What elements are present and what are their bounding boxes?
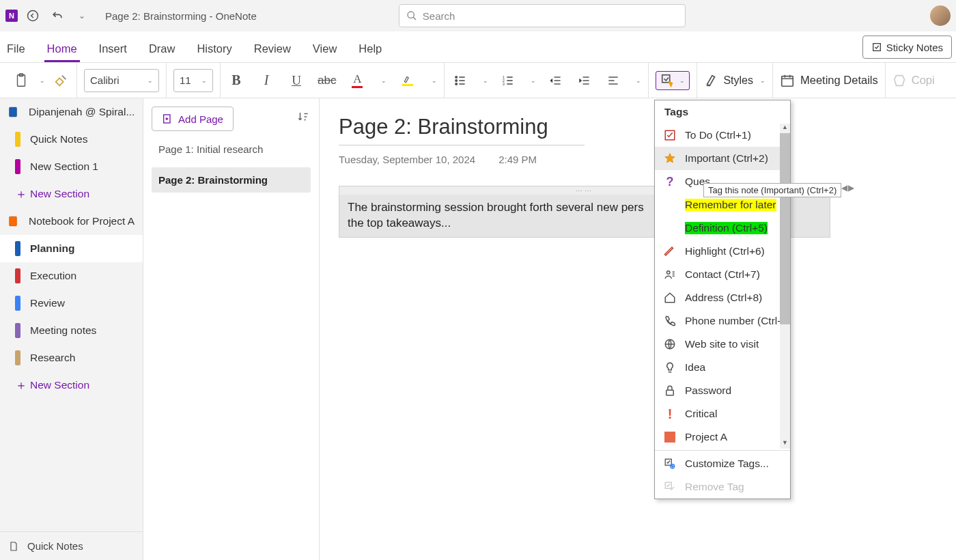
user-avatar[interactable] [930, 5, 951, 26]
section-execution[interactable]: Execution [0, 262, 143, 290]
highlight-button[interactable] [399, 70, 417, 92]
tag-critical[interactable]: !Critical [655, 402, 790, 425]
tag-address[interactable]: Address (Ctrl+8) [655, 286, 790, 309]
page-time: 2:49 PM [498, 154, 537, 165]
page-canvas[interactable]: Page 2: Brainstorming Tuesday, September… [320, 98, 956, 560]
notebook-header-1[interactable]: Dipanjenah @ Spiral... [0, 98, 143, 126]
notebook-icon [7, 215, 19, 227]
tags-dropdown: Tags To Do (Ctrl+1) Important (Ctrl+2) ?… [654, 100, 791, 499]
menu-view[interactable]: View [310, 37, 339, 62]
svg-point-7 [455, 83, 458, 85]
font-family-select[interactable]: Calibri⌄ [84, 69, 159, 92]
add-page-button[interactable]: Add Page [152, 107, 234, 131]
sticky-note-icon [871, 42, 882, 53]
svg-rect-12 [782, 76, 793, 86]
calendar-icon [780, 73, 795, 88]
sort-pages-button[interactable] [297, 111, 309, 126]
tag-contact[interactable]: Contact (Ctrl+7) [655, 263, 790, 286]
tag-password[interactable]: Password [655, 379, 790, 402]
bold-button[interactable]: B [227, 70, 245, 92]
tag-website[interactable]: Web site to visit [655, 333, 790, 356]
tag-icon [660, 73, 675, 88]
svg-rect-2 [873, 44, 880, 51]
menu-insert[interactable]: Insert [96, 37, 130, 62]
strikethrough-button[interactable]: abc [318, 70, 336, 92]
svg-point-1 [408, 12, 414, 18]
remove-tag: Remove Tag [655, 475, 790, 499]
paste-button[interactable] [12, 70, 30, 92]
copilot-icon [892, 73, 908, 88]
tag-phone[interactable]: Phone number (Ctrl- [655, 309, 790, 333]
new-section-2[interactable]: ＋New Section [0, 372, 143, 399]
menu-home[interactable]: Home [44, 37, 80, 62]
tag-todo[interactable]: To Do (Ctrl+1) [655, 124, 790, 147]
svg-rect-19 [666, 390, 674, 395]
notebook-nav: Dipanjenah @ Spiral... Quick Notes New S… [0, 98, 143, 560]
italic-button[interactable]: I [257, 70, 275, 92]
body: Dipanjenah @ Spiral... Quick Notes New S… [0, 98, 956, 560]
page-date: Tuesday, September 10, 2024 [339, 154, 475, 165]
highlight-dropdown[interactable]: ⌄ [432, 77, 437, 84]
new-section-1[interactable]: ＋New Section [0, 180, 143, 208]
page-icon [8, 540, 19, 552]
tags-scroll: To Do (Ctrl+1) Important (Ctrl+2) ?Ques … [655, 124, 790, 449]
section-new-section-1[interactable]: New Section 1 [0, 153, 143, 180]
underline-button[interactable]: U [287, 70, 305, 92]
numbering-button[interactable]: 123 [499, 70, 517, 92]
sticky-notes-button[interactable]: Sticky Notes [862, 36, 952, 59]
outdent-button[interactable] [547, 70, 565, 92]
tag-highlight[interactable]: Highlight (Ctrl+6) [655, 240, 790, 263]
page-link-1[interactable]: Page 1: Initial research [152, 137, 311, 162]
undo-button[interactable] [48, 6, 67, 25]
title-underline [339, 145, 585, 145]
back-button[interactable] [23, 6, 42, 25]
bullets-button[interactable] [451, 70, 469, 92]
svg-rect-13 [10, 107, 17, 117]
tag-idea[interactable]: Idea [655, 356, 790, 379]
copilot-button: Copi [892, 73, 935, 88]
font-color-dropdown[interactable]: ⌄ [381, 77, 386, 84]
tag-definition[interactable]: Definition (Ctrl+5) [655, 216, 790, 240]
menu-history[interactable]: History [194, 37, 234, 62]
section-review[interactable]: Review [0, 290, 143, 317]
quick-notes-footer[interactable]: Quick Notes [0, 531, 143, 560]
tags-split-button[interactable]: ⌄ [656, 71, 690, 90]
font-size-select[interactable]: 11⌄ [173, 69, 213, 92]
tag-project-a[interactable]: Project A [655, 425, 790, 449]
tag-important[interactable]: Important (Ctrl+2) [655, 147, 790, 170]
tag-tooltip: Tag this note (Important) (Ctrl+2) [703, 183, 841, 197]
app-icon: N [5, 10, 18, 22]
meeting-details-button[interactable]: Meeting Details [780, 73, 878, 88]
paste-dropdown[interactable]: ⌄ [40, 77, 45, 84]
menu-review[interactable]: Review [251, 37, 294, 62]
svg-point-5 [455, 76, 458, 78]
menu-help[interactable]: Help [356, 37, 384, 62]
resize-handles[interactable]: ◀ ▶ [841, 183, 854, 193]
customize-tags[interactable]: Customize Tags... [655, 452, 790, 475]
svg-point-6 [455, 79, 458, 81]
align-button[interactable] [604, 70, 622, 92]
page-list: Add Page Page 1: Initial research Page 2… [143, 98, 320, 560]
page-date-time: Tuesday, September 10, 2024 2:49 PM [339, 154, 937, 165]
customize-qat-button[interactable]: ⌄ [72, 6, 92, 25]
page-title[interactable]: Page 2: Brainstorming [339, 115, 937, 139]
title-bar: N ⌄ Page 2: Brainstorming - OneNote Sear… [0, 0, 956, 31]
svg-point-0 [28, 11, 38, 21]
indent-button[interactable] [576, 70, 593, 92]
svg-point-17 [667, 271, 671, 275]
section-quick-notes[interactable]: Quick Notes [0, 126, 143, 153]
format-painter-button[interactable] [52, 70, 70, 92]
section-research[interactable]: Research [0, 344, 143, 372]
menu-draw[interactable]: Draw [146, 37, 178, 62]
menu-file[interactable]: File [4, 37, 28, 62]
add-page-icon [162, 113, 173, 124]
search-input[interactable]: Search [399, 4, 686, 27]
section-meeting-notes[interactable]: Meeting notes [0, 317, 143, 344]
tags-header: Tags [655, 100, 790, 124]
page-link-2[interactable]: Page 2: Brainstorming [152, 167, 311, 193]
notebook-header-2[interactable]: Notebook for Project A [0, 208, 143, 235]
font-color-button[interactable]: A [348, 70, 366, 92]
styles-button[interactable]: Styles⌄ [704, 73, 765, 88]
section-planning[interactable]: Planning [0, 235, 143, 262]
tags-scrollbar[interactable]: ▲▼ [780, 124, 790, 449]
